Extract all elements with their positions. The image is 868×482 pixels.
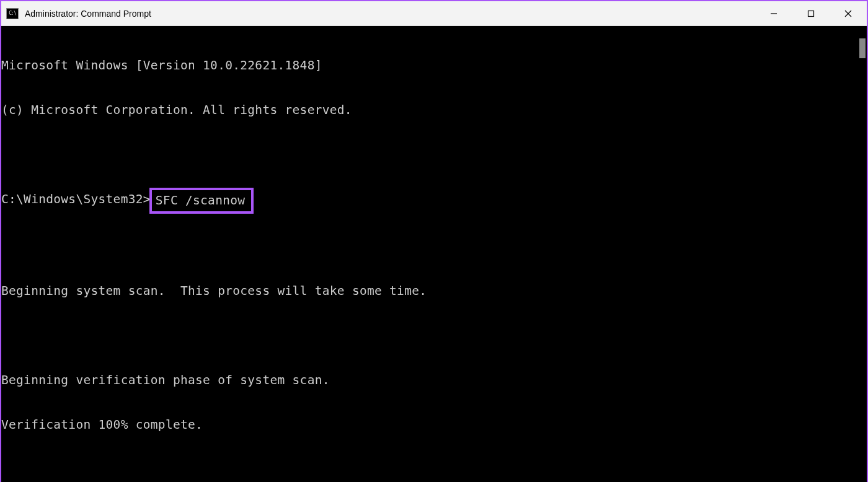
svg-rect-1 [808, 11, 814, 16]
output-line: Beginning system scan. This process will… [1, 284, 856, 299]
command-text: SFC /scannow [156, 193, 245, 208]
cmd-icon: C:\ [6, 8, 19, 19]
scrollbar-thumb[interactable] [859, 38, 866, 58]
terminal-content[interactable]: Microsoft Windows [Version 10.0.22621.18… [1, 26, 856, 482]
output-line: Beginning verification phase of system s… [1, 373, 856, 388]
window-controls [755, 1, 867, 25]
prompt-path: C:\Windows\System32> [1, 192, 151, 207]
command-prompt-window: C:\ Administrator: Command Prompt Micros… [0, 0, 868, 482]
maximize-button[interactable] [792, 1, 830, 25]
close-button[interactable] [830, 1, 867, 25]
command-highlight: SFC /scannow [149, 188, 254, 214]
blank-line [1, 462, 856, 477]
window-title: Administrator: Command Prompt [25, 9, 755, 19]
terminal-body[interactable]: Microsoft Windows [Version 10.0.22621.18… [1, 26, 867, 482]
titlebar[interactable]: C:\ Administrator: Command Prompt [1, 1, 867, 26]
output-line: Microsoft Windows [Version 10.0.22621.18… [1, 58, 856, 73]
scrollbar-track[interactable] [856, 26, 867, 482]
blank-line [1, 328, 856, 343]
blank-line [1, 239, 856, 254]
minimize-button[interactable] [755, 1, 792, 25]
prompt-line: C:\Windows\System32>SFC /scannow [1, 192, 856, 209]
output-line: (c) Microsoft Corporation. All rights re… [1, 103, 856, 118]
output-line: Verification 100% complete. [1, 418, 856, 432]
blank-line [1, 147, 856, 162]
